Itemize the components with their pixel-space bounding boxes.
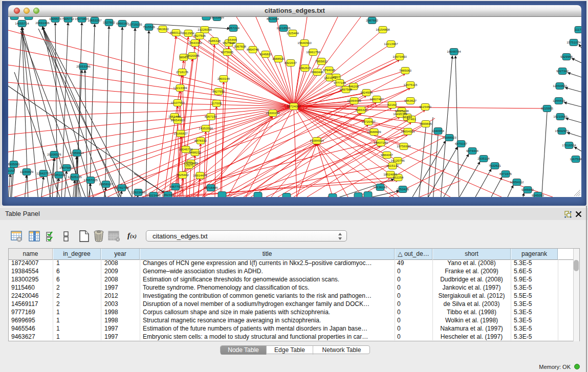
svg-text:1615132: 1615132 — [386, 164, 399, 167]
svg-text:9329966: 9329966 — [560, 55, 573, 58]
svg-text:16914479: 16914479 — [193, 173, 207, 177]
svg-text:2935114: 2935114 — [477, 157, 490, 160]
svg-text:8215955: 8215955 — [541, 106, 554, 110]
svg-text:8660123: 8660123 — [170, 31, 183, 34]
svg-text:12505135: 12505135 — [68, 175, 82, 179]
svg-text:1527602: 1527602 — [103, 20, 116, 24]
svg-text:9227342: 9227342 — [556, 69, 569, 73]
svg-text:12923448: 12923448 — [131, 190, 145, 194]
svg-text:97461: 97461 — [407, 117, 416, 121]
svg-text:9777169: 9777169 — [334, 81, 346, 84]
svg-text:7515526: 7515526 — [143, 25, 156, 29]
svg-text:7632621: 7632621 — [489, 164, 502, 167]
svg-text:9527506: 9527506 — [193, 34, 206, 37]
svg-text:1092344: 1092344 — [162, 193, 175, 196]
svg-text:12213967: 12213967 — [384, 42, 398, 46]
svg-text:10688609: 10688609 — [367, 130, 381, 134]
svg-text:16654903: 16654903 — [170, 118, 185, 122]
svg-text:3498222: 3498222 — [189, 150, 202, 154]
svg-text:17957225: 17957225 — [83, 178, 98, 182]
svg-text:10654112: 10654112 — [510, 180, 524, 184]
svg-text:9527508: 9527508 — [223, 41, 235, 45]
svg-text:1362615: 1362615 — [299, 66, 312, 70]
svg-text:117006: 117006 — [211, 101, 222, 105]
svg-text:19166827: 19166827 — [173, 132, 188, 135]
svg-text:8471676: 8471676 — [499, 172, 512, 176]
svg-text:1588520: 1588520 — [272, 57, 285, 60]
svg-text:1527: 1527 — [185, 163, 192, 167]
svg-text:7485063: 7485063 — [399, 69, 412, 72]
svg-text:12093822: 12093822 — [553, 84, 567, 87]
svg-text:12213369: 12213369 — [173, 86, 187, 90]
svg-text:8322037: 8322037 — [285, 61, 297, 64]
svg-text:1753426: 1753426 — [397, 187, 409, 191]
svg-text:10543382: 10543382 — [188, 41, 202, 45]
svg-text:8454749: 8454749 — [247, 48, 259, 51]
svg-text:19388923: 19388923 — [442, 136, 456, 139]
svg-text:1167534: 1167534 — [570, 157, 581, 161]
svg-text:9146821: 9146821 — [259, 52, 272, 56]
svg-text:23226058: 23226058 — [198, 28, 212, 31]
svg-text:10107553: 10107553 — [170, 101, 185, 104]
svg-text:9115460: 9115460 — [419, 105, 431, 108]
svg-text:6497568: 6497568 — [340, 87, 353, 91]
svg-text:7463822: 7463822 — [157, 27, 169, 31]
svg-text:15640910: 15640910 — [297, 41, 312, 45]
svg-text:16154808: 16154808 — [376, 28, 390, 31]
svg-text:1905573: 1905573 — [49, 17, 62, 20]
svg-text:18724007: 18724007 — [287, 104, 301, 108]
svg-text:16782759: 16782759 — [115, 186, 129, 189]
svg-text:8912954: 8912954 — [182, 31, 195, 35]
svg-text:7625402: 7625402 — [177, 173, 189, 177]
svg-text:20206576: 20206576 — [47, 152, 61, 156]
svg-text:3824554: 3824554 — [360, 91, 373, 94]
svg-text:9463627: 9463627 — [404, 99, 417, 102]
svg-text:8267150: 8267150 — [205, 115, 217, 118]
svg-text:10719155: 10719155 — [128, 23, 142, 26]
svg-text:9884067: 9884067 — [381, 153, 394, 157]
svg-text:852254: 852254 — [393, 176, 404, 179]
svg-text:2067608: 2067608 — [234, 45, 247, 48]
svg-text:8878332: 8878332 — [194, 139, 207, 142]
svg-text:19756928: 19756928 — [397, 144, 411, 148]
svg-text:7357224: 7357224 — [227, 26, 240, 30]
svg-text:9245652: 9245652 — [521, 188, 534, 191]
svg-text:39154: 39154 — [8, 169, 15, 172]
svg-text:7386322: 7386322 — [355, 108, 368, 112]
svg-text:4557: 4557 — [333, 75, 340, 79]
svg-text:9699695: 9699695 — [420, 122, 432, 125]
svg-text:29975867: 29975867 — [59, 166, 74, 169]
svg-text:25300233: 25300233 — [266, 111, 280, 115]
svg-text:8990448: 8990448 — [311, 70, 324, 74]
svg-text:15273807: 15273807 — [75, 17, 89, 20]
svg-text:15751074: 15751074 — [567, 40, 581, 44]
svg-text:20364436: 20364436 — [347, 99, 361, 102]
svg-text:8186328: 8186328 — [208, 39, 221, 42]
svg-text:11156829: 11156829 — [20, 170, 34, 173]
svg-text:16961758: 16961758 — [306, 50, 320, 54]
svg-text:12942757: 12942757 — [36, 171, 51, 175]
svg-text:14353594: 14353594 — [199, 126, 213, 130]
svg-text:15716485: 15716485 — [204, 186, 218, 189]
svg-text:14136141: 14136141 — [373, 185, 387, 189]
svg-text:15465: 15465 — [228, 38, 237, 41]
svg-text:7905712: 7905712 — [62, 17, 75, 20]
svg-text:6466160: 6466160 — [116, 21, 129, 25]
svg-text:20691406: 20691406 — [35, 21, 50, 25]
svg-text:1244419: 1244419 — [553, 99, 565, 102]
svg-text:19384554: 19384554 — [310, 139, 324, 142]
svg-text:11174: 11174 — [575, 28, 581, 31]
svg-text:11451194: 11451194 — [52, 173, 66, 177]
svg-text:8813054: 8813054 — [267, 17, 279, 20]
svg-text:2087682: 2087682 — [366, 18, 379, 22]
svg-text:10973493: 10973493 — [393, 55, 407, 58]
svg-text:16648784: 16648784 — [447, 50, 461, 53]
svg-text:12975115: 12975115 — [403, 83, 418, 86]
svg-text:9474444: 9474444 — [466, 149, 479, 152]
svg-text:8935061: 8935061 — [8, 162, 20, 166]
svg-text:6794028: 6794028 — [323, 68, 336, 72]
svg-text:1640954: 1640954 — [432, 129, 445, 133]
svg-text:9457791: 9457791 — [169, 185, 182, 188]
svg-text:19323446: 19323446 — [146, 193, 161, 197]
svg-text:6479197: 6479197 — [455, 142, 468, 145]
